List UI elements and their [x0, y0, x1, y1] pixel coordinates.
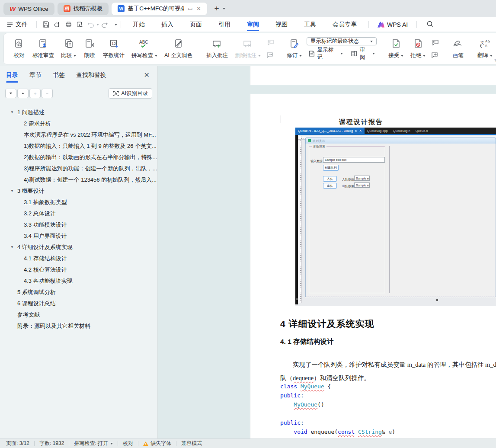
toc-item[interactable]: 3.3 功能模块设计 [0, 219, 158, 230]
tab-list-caret-icon[interactable] [223, 8, 225, 10]
compare-button[interactable]: 比较 [58, 35, 79, 62]
menu-tab-审阅[interactable]: 审阅 [239, 17, 267, 32]
review-pane-button[interactable]: 审阅 [349, 45, 377, 62]
next-comment-button[interactable] [265, 50, 276, 60]
toc-item[interactable]: 2)数据的输出：以动画的形式在右半部分输出，特殊... [0, 152, 158, 163]
toc-item[interactable]: ▼4 详细设计及系统实现 [0, 242, 158, 253]
pen-button[interactable]: 画笔 [448, 35, 467, 62]
comments-group: 插入批注 删除批注 [201, 35, 278, 62]
toc-expand-arrow-icon[interactable]: ▼ [10, 242, 14, 253]
translate-button[interactable]: 文AA 翻译 [475, 35, 494, 62]
status-missing-font[interactable]: 缺失字体 [143, 440, 171, 447]
toc-item[interactable]: 3.4 用户界面设计 [0, 230, 158, 242]
ai-polish-button[interactable]: AI 全文润色 [161, 35, 195, 62]
tab-close-icon[interactable]: ✕ [197, 6, 201, 12]
ai-recognize-toc-button[interactable]: AI识别目录 [109, 88, 152, 99]
save-button[interactable] [40, 19, 51, 30]
export-pdf-button[interactable] [51, 19, 63, 30]
divider [34, 441, 35, 446]
proofread-button[interactable]: 校对 [10, 35, 29, 62]
demote-button[interactable]: － [42, 89, 53, 98]
ribbon-layout-toggle-icon[interactable]: ⇘ [494, 58, 496, 63]
toc-item[interactable]: 3.1 抽象数据类型 [0, 197, 158, 208]
toc-item[interactable]: 4.1 存储结构设计 [0, 253, 158, 264]
sidebar-tab-查找和替换[interactable]: 查找和替换 [76, 67, 106, 84]
word-count-button[interactable]: 12 字数统计 [100, 35, 128, 62]
menu-tab-引用[interactable]: 引用 [210, 17, 239, 32]
page-header-text: 课程设计报告 [318, 118, 404, 126]
menu-tab-页面[interactable]: 页面 [182, 17, 210, 32]
insert-comment-button[interactable]: 插入批注 [203, 35, 231, 62]
toc-item[interactable]: 本次演示程序是在 vs 2022 环境中编写，运用到 MF... [0, 129, 158, 141]
margin-corner-mark [272, 115, 281, 123]
new-tab-button[interactable]: + [214, 4, 219, 13]
toc-item[interactable]: 4)测试数据：创建一个 123456 的初始队列，然后入... [0, 174, 158, 186]
status-proofread[interactable]: 校对 [123, 440, 133, 447]
tab-window-icon[interactable]: ▭ [188, 6, 192, 12]
expand-all-button[interactable] [17, 89, 29, 98]
next-change-button[interactable] [429, 50, 441, 60]
menu-tab-会员专享[interactable]: 会员专享 [324, 17, 365, 32]
toc-item[interactable]: 3.2 总体设计 [0, 208, 158, 219]
toc-item[interactable]: ▼1 问题描述 [0, 107, 158, 118]
status-page[interactable]: 页面: 3/12 [6, 440, 29, 447]
toc-item[interactable]: ▼3 概要设计 [0, 186, 158, 197]
delete-comment-button[interactable]: 删除批注 [232, 35, 264, 62]
spell-check-icon: ABC [138, 38, 151, 50]
read-aloud-button[interactable]: 朗读 [80, 35, 99, 62]
menu-tab-开始[interactable]: 开始 [125, 17, 153, 32]
toc-item[interactable]: 2 需求分析 [0, 118, 158, 129]
wps-ai-button[interactable]: WPS AI [372, 17, 413, 32]
vs-enqueue-label: 入队数据 [342, 177, 354, 182]
spell-status-caret-icon [110, 443, 113, 445]
reject-button[interactable]: 拒绝 [407, 35, 429, 62]
search-icon[interactable] [426, 20, 434, 29]
tab-document[interactable]: W 基于C++MFC的可视化线性表 ▭ ✕ [112, 3, 207, 15]
redo-button[interactable] [99, 19, 110, 30]
toc-expand-arrow-icon[interactable]: ▼ [10, 186, 14, 197]
toc-item-label: 3.2 总体设计 [24, 210, 56, 217]
standard-review-icon [38, 38, 48, 50]
toc-item[interactable]: 6 课程设计总结 [0, 298, 158, 309]
toc-item[interactable]: 参考文献 [0, 309, 158, 320]
print-preview-button[interactable] [74, 19, 85, 30]
sidebar-tab-书签[interactable]: 书签 [53, 67, 65, 84]
sidebar-close-icon[interactable]: ✕ [144, 71, 150, 79]
print-button[interactable] [63, 19, 74, 30]
toc-item[interactable]: 3)程序所能达到的功能：创建一个新的队列，出队，... [0, 163, 158, 174]
standard-review-button[interactable]: 标准审查 [29, 35, 57, 62]
quick-access-caret-icon[interactable] [115, 24, 117, 26]
menu-tab-视图[interactable]: 视图 [267, 17, 296, 32]
toc-item[interactable]: 1)数据的输入：只能输入 1 到 9 的整数及 26 个英文... [0, 141, 158, 152]
tab-wps-home[interactable]: W WPS Office [3, 3, 54, 15]
markup-state-select[interactable]: 显示标记的最终状态 [307, 37, 377, 45]
status-word-count[interactable]: 字数: 1932 [39, 440, 64, 447]
accept-button[interactable]: 接受 [385, 35, 406, 62]
toc-item[interactable]: 附录：源码以及其它相关材料 [0, 320, 158, 332]
tab-docer-templates[interactable]: 稻 找稻壳模板 [58, 3, 109, 15]
divider [69, 441, 69, 446]
vs-create-queue-button: 创建队列 [323, 165, 339, 171]
code-line: void enqueue(const CString& e) [280, 427, 395, 436]
status-compat-mode[interactable]: 兼容模式 [181, 440, 202, 447]
menu-tab-插入[interactable]: 插入 [153, 17, 182, 32]
spell-check-button[interactable]: ABC 拼写检查 [128, 35, 160, 62]
previous-change-button[interactable] [429, 37, 441, 48]
status-spell-check[interactable]: 拼写检查: 打开 [74, 440, 113, 447]
toc-item[interactable]: 4.3 各功能模块实现 [0, 275, 158, 287]
toc-item[interactable]: 5 系统调试分析 [0, 287, 158, 298]
promote-button[interactable]: ＋ [29, 89, 41, 98]
track-changes-button[interactable]: 修订 [284, 35, 304, 62]
toc-expand-arrow-icon[interactable]: ▼ [10, 107, 14, 118]
menu-tab-工具[interactable]: 工具 [296, 17, 324, 32]
show-markup-button[interactable]: 显示标记 [307, 45, 345, 62]
toc-item-label: 2 需求分析 [24, 120, 51, 127]
sidebar-tab-目录[interactable]: 目录 [6, 67, 18, 84]
previous-comment-button[interactable] [265, 37, 276, 48]
undo-button[interactable] [85, 19, 96, 30]
collapse-all-button[interactable] [5, 89, 16, 98]
file-menu-button[interactable]: 文件 [0, 21, 33, 29]
file-menu-label: 文件 [16, 21, 28, 29]
toc-item[interactable]: 4.2 核心算法设计 [0, 264, 158, 275]
sidebar-tab-章节[interactable]: 章节 [29, 67, 42, 84]
